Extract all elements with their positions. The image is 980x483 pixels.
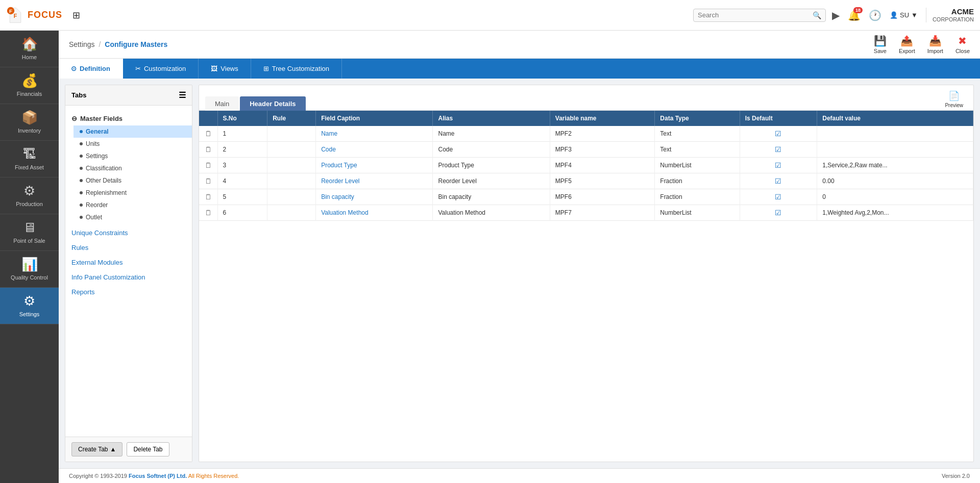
- row-icon-cell[interactable]: 🗒: [199, 158, 217, 173]
- row-variable: MPF5: [550, 173, 655, 189]
- row-icon-cell[interactable]: 🗒: [199, 189, 217, 205]
- sidebar-item-fixed-asset[interactable]: 🏗 Fixed Asset: [0, 141, 59, 177]
- tree-child-classification[interactable]: Classification: [74, 162, 192, 174]
- history-button[interactable]: 🕐: [869, 9, 881, 21]
- sidebar-item-home[interactable]: 🏠 Home: [0, 31, 59, 67]
- row-sno: 3: [217, 158, 267, 173]
- production-icon: ⚙: [23, 183, 35, 199]
- left-panel-header: Tabs ☰: [65, 85, 192, 106]
- row-expand-icon: 🗒: [205, 209, 212, 217]
- tree-child-outlet[interactable]: Outlet: [74, 211, 192, 223]
- sidebar-item-point-of-sale[interactable]: 🖥 Point of Sale: [0, 214, 59, 251]
- tree-child-settings[interactable]: Settings: [74, 150, 192, 162]
- tabs-title: Tabs: [71, 91, 86, 99]
- col-rule: Rule: [267, 111, 316, 126]
- row-defaultval: 1,Weighted Avg,2,Mon...: [817, 205, 973, 221]
- delete-tab-button[interactable]: Delete Tab: [127, 442, 169, 456]
- sidebar-item-production[interactable]: ⚙ Production: [0, 177, 59, 214]
- sidebar-label-financials: Financials: [17, 91, 42, 97]
- row-rule: [267, 173, 316, 189]
- row-isdefault: ☑: [740, 189, 817, 205]
- breadcrumb: Settings / Configure Masters: [69, 40, 167, 48]
- table-row: 🗒 6 Valuation Method Valuation Method MP…: [199, 205, 973, 221]
- views-tab-label: Views: [220, 65, 238, 72]
- child-label-outlet: Outlet: [86, 214, 102, 221]
- create-tab-arrow-icon: ▲: [110, 446, 116, 453]
- views-tab-icon: 🖼: [211, 65, 217, 72]
- delete-tab-label: Delete Tab: [133, 446, 162, 453]
- col-alias: Alias: [433, 111, 550, 126]
- table-row: 🗒 1 Name Name MPF2 Text ☑: [199, 126, 973, 142]
- save-label: Save: [874, 48, 887, 54]
- row-icon-cell[interactable]: 🗒: [199, 205, 217, 221]
- company-sub: CORPORATION: [933, 16, 974, 22]
- breadcrumb-parent[interactable]: Settings: [69, 40, 95, 48]
- row-datatype: Text: [655, 142, 740, 158]
- save-icon: 💾: [874, 35, 887, 47]
- row-caption: Valuation Method: [316, 205, 433, 221]
- row-icon-cell[interactable]: 🗒: [199, 126, 217, 142]
- subtab-main[interactable]: Main: [205, 96, 239, 111]
- sidebar-item-inventory[interactable]: 📦 Inventory: [0, 104, 59, 141]
- search-input[interactable]: [698, 11, 813, 19]
- tab-customization[interactable]: ✂ Customization: [123, 59, 199, 79]
- tree-child-replenishment[interactable]: Replenishment: [74, 187, 192, 199]
- child-label-other-details: Other Details: [86, 177, 121, 184]
- tab-definition[interactable]: ⊙ Definition: [59, 59, 123, 79]
- notification-button[interactable]: 🔔 18: [848, 9, 861, 21]
- checkbox-icon: ☑: [775, 209, 781, 217]
- row-rule: [267, 189, 316, 205]
- home-icon: 🏠: [21, 36, 38, 52]
- preview-button[interactable]: 📄 Preview: [941, 88, 967, 110]
- sidebar-item-quality-control[interactable]: 📊 Quality Control: [0, 251, 59, 288]
- standalone-rules[interactable]: Rules: [65, 240, 192, 255]
- user-button[interactable]: 👤 SU ▼: [890, 11, 918, 19]
- tree-child-general[interactable]: General: [74, 125, 192, 138]
- dot-icon: [80, 130, 83, 133]
- play-button[interactable]: ▶: [832, 9, 840, 21]
- row-defaultval: 0: [817, 189, 973, 205]
- company-logo: ACME CORPORATION: [926, 8, 974, 22]
- sidebar-item-financials[interactable]: 💰 Financials: [0, 67, 59, 104]
- tree-child-units[interactable]: Units: [74, 138, 192, 150]
- close-icon: ✖: [958, 35, 967, 47]
- subtab-header-details[interactable]: Header Details: [240, 96, 305, 111]
- tab-views[interactable]: 🖼 Views: [199, 59, 251, 79]
- tab-bar: ⊙ Definition ✂ Customization 🖼 Views ⊞ T…: [59, 59, 980, 79]
- export-button[interactable]: 📤 Export: [899, 35, 915, 54]
- row-expand-icon: 🗒: [205, 193, 212, 201]
- sidebar-label-inventory: Inventory: [18, 128, 41, 134]
- standalone-external-modules[interactable]: External Modules: [65, 255, 192, 270]
- close-button[interactable]: ✖ Close: [955, 35, 970, 54]
- sidebar-item-settings[interactable]: ⚙ Settings: [0, 288, 59, 324]
- tree-child-reorder[interactable]: Reorder: [74, 199, 192, 211]
- focus-logo: F F: [6, 6, 24, 24]
- row-icon-cell[interactable]: 🗒: [199, 142, 217, 158]
- col-icon: [199, 111, 217, 126]
- grid-icon[interactable]: ⊞: [72, 10, 80, 21]
- tab-tree-customization[interactable]: ⊞ Tree Customization: [251, 59, 342, 79]
- row-caption: Name: [316, 126, 433, 142]
- sidebar-label-pos: Point of Sale: [13, 238, 45, 244]
- import-button[interactable]: 📥 Import: [927, 35, 943, 54]
- row-icon-cell[interactable]: 🗒: [199, 173, 217, 189]
- footer-copyright: Copyright © 1993-2019 Focus Softnet (P) …: [69, 473, 239, 479]
- save-button[interactable]: 💾 Save: [874, 35, 887, 54]
- menu-icon[interactable]: ☰: [179, 90, 186, 100]
- main-layout: 🏠 Home 💰 Financials 📦 Inventory 🏗 Fixed …: [0, 31, 980, 483]
- definition-tab-label: Definition: [80, 65, 110, 72]
- row-variable: MPF3: [550, 142, 655, 158]
- standalone-info-panel[interactable]: Info Panel Customization: [65, 270, 192, 285]
- search-icon: 🔍: [813, 11, 821, 19]
- standalone-reports[interactable]: Reports: [65, 285, 192, 299]
- create-tab-button[interactable]: Create Tab ▲: [71, 442, 122, 456]
- row-datatype: Fraction: [655, 173, 740, 189]
- master-fields-header[interactable]: ⊖ Master Fields: [65, 112, 192, 125]
- checkbox-icon: ☑: [775, 145, 781, 154]
- col-datatype: Data Type: [655, 111, 740, 126]
- company-name: ACME: [951, 8, 974, 16]
- tree-child-other-details[interactable]: Other Details: [74, 174, 192, 187]
- col-isdefault: Is Default: [740, 111, 817, 126]
- standalone-unique-constraints[interactable]: Unique Constraints: [65, 225, 192, 240]
- svg-text:F: F: [14, 13, 17, 19]
